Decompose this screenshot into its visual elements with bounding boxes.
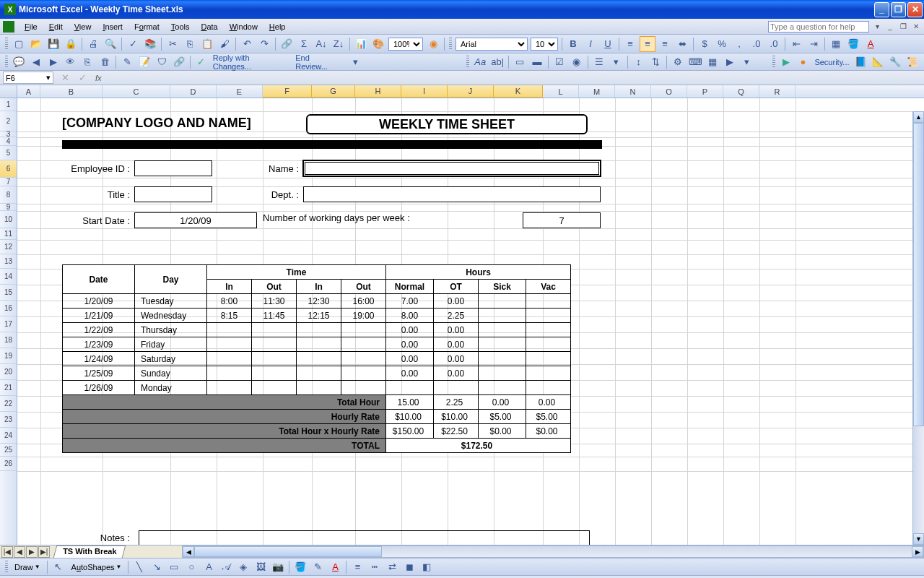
name-input[interactable] [303,160,601,176]
script-icon[interactable]: 📜 [905,54,920,70]
scroll-down-icon[interactable]: ▼ [913,533,924,545]
font-color-draw-icon[interactable]: A [327,559,343,575]
toggle-grid-icon[interactable]: ▦ [705,54,720,70]
help-input[interactable] [768,21,869,33]
clipart-icon[interactable]: 🖼 [253,559,269,575]
workdays-input[interactable]: 7 [523,212,601,228]
prev-comment-icon[interactable]: ◀ [28,54,44,70]
dash-style-icon[interactable]: ┅ [367,559,383,575]
chart-icon[interactable]: 📊 [353,36,369,52]
permission-icon[interactable]: 🔒 [63,36,79,52]
row-header[interactable]: 7 [0,178,17,186]
help-icon[interactable]: ◉ [425,36,441,52]
row-header[interactable]: 25 [0,444,17,457]
column-header[interactable]: K [494,85,543,98]
comma-icon[interactable]: , [731,36,747,52]
label-icon[interactable]: Aa [472,54,488,70]
line-icon[interactable]: ╲ [131,559,147,575]
minimize-button[interactable]: _ [874,2,889,17]
column-header[interactable]: J [448,85,494,98]
bold-icon[interactable]: B [565,36,581,52]
menu-edit[interactable]: Edit [43,21,69,33]
menu-insert[interactable]: Insert [97,21,128,33]
column-header[interactable]: M [579,85,615,98]
prev-tab-icon[interactable]: ◀ [14,546,25,558]
paste-icon[interactable]: 📋 [199,36,215,52]
row-header[interactable]: 20 [0,364,17,380]
option-icon[interactable]: ◉ [569,54,585,70]
maximize-button[interactable]: ❐ [891,2,906,17]
row-header[interactable]: 17 [0,316,17,332]
groupbox-icon[interactable]: ▭ [512,54,528,70]
currency-icon[interactable]: $ [697,36,712,52]
sheet-tab[interactable]: TS With Break [53,545,126,558]
save-icon[interactable]: 💾 [45,36,61,52]
share-icon[interactable]: 🔗 [171,54,187,70]
column-header[interactable]: L [543,85,579,98]
menu-format[interactable]: Format [128,21,165,33]
reply-changes-button[interactable]: Reply with Changes... [210,53,292,71]
run-dialog-icon[interactable]: ▶ [722,54,738,70]
checkbox-icon[interactable]: ☑ [552,54,567,70]
security-button[interactable]: Security... [811,58,852,66]
row-header[interactable]: 24 [0,428,17,444]
column-header[interactable]: A [17,85,40,98]
print-preview-icon[interactable]: 🔍 [103,36,118,52]
toolbar-grip[interactable] [449,38,452,51]
autosum-icon[interactable]: Σ [296,36,312,52]
fill-color-icon[interactable]: 🪣 [845,36,861,52]
draw-menu[interactable]: Draw ▼ [10,561,45,573]
workbook-close-icon[interactable]: ✕ [911,22,921,32]
toolbar-options-icon[interactable]: ▾ [347,54,363,70]
row-header[interactable]: 13 [0,254,17,269]
row-header[interactable]: 11 [0,228,17,240]
decrease-decimal-icon[interactable]: .0 [766,36,782,52]
column-header[interactable]: P [687,85,723,98]
row-header[interactable]: 10 [0,211,17,228]
cancel-formula-icon[interactable]: ✕ [57,70,73,86]
sort-asc-icon[interactable]: A↓ [313,36,329,52]
column-header[interactable]: G [312,85,355,98]
autoshapes-menu[interactable]: AutoShapes ▼ [67,561,126,573]
underline-icon[interactable]: U [600,36,616,52]
align-left-icon[interactable]: ≡ [622,36,638,52]
enter-formula-icon[interactable]: ✓ [74,70,90,86]
open-icon[interactable]: 📂 [28,36,44,52]
delete-comment-icon[interactable]: 🗑 [97,54,113,70]
design-mode-icon[interactable]: 📐 [870,54,886,70]
drawing-icon[interactable]: 🎨 [370,36,386,52]
row-header[interactable]: 23 [0,412,17,428]
row-header[interactable]: 4 [0,137,17,146]
row-header[interactable]: 21 [0,380,17,396]
menu-window[interactable]: Window [224,21,263,33]
next-tab-icon[interactable]: ▶ [26,546,38,558]
line-style-icon[interactable]: ≡ [349,559,365,575]
scroll-up-icon[interactable]: ▲ [913,111,924,123]
scroll-thumb[interactable] [194,546,382,557]
cut-icon[interactable]: ✂ [165,36,180,52]
copy-icon[interactable]: ⎘ [182,36,198,52]
employee-id-input[interactable] [134,160,212,176]
name-box[interactable]: F6▾ [3,72,53,84]
borders-icon[interactable]: ▦ [828,36,844,52]
horizontal-scrollbar[interactable]: ◀ ▶ [182,545,924,558]
scroll-thumb[interactable] [913,123,924,426]
undo-icon[interactable]: ↶ [239,36,255,52]
font-select[interactable]: Arial [456,38,528,51]
listbox-icon[interactable]: ☰ [591,54,607,70]
research-icon[interactable]: 📚 [142,36,158,52]
button-icon[interactable]: ▬ [529,54,545,70]
row-header[interactable]: 3 [0,131,17,137]
increase-decimal-icon[interactable]: .0 [749,36,764,52]
shadow-icon[interactable]: ◼ [401,559,417,575]
row-header[interactable]: 14 [0,269,17,285]
cells-area[interactable]: [COMPANY LOGO AND NAME] WEEKLY TIME SHEE… [17,98,924,545]
row-header[interactable]: 6 [0,160,17,178]
code-icon[interactable]: ⌨ [687,54,703,70]
select-objects-icon[interactable]: ↖ [51,559,66,575]
help-search[interactable] [768,21,869,33]
last-tab-icon[interactable]: ▶| [38,546,50,558]
dept-input[interactable] [303,186,601,202]
column-header[interactable]: I [401,85,448,98]
chevron-down-icon[interactable]: ▾ [46,73,51,82]
